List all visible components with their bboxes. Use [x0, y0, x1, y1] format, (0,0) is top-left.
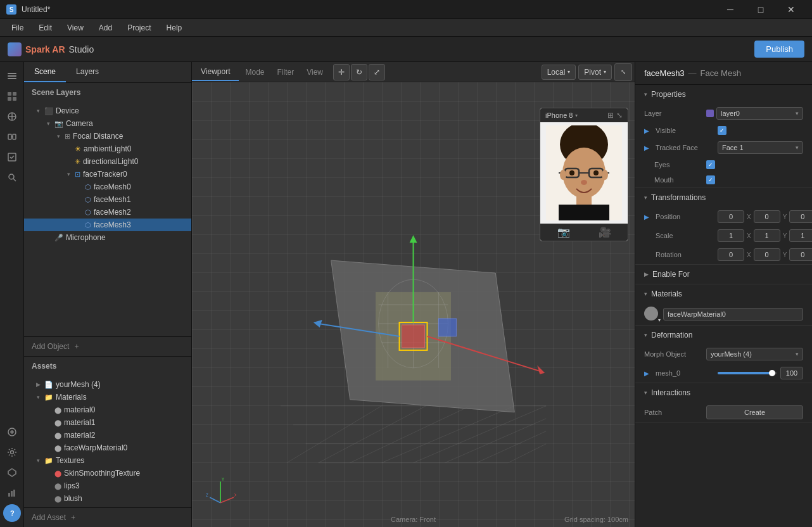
asset-item-lips3[interactable]: ▾ ⬤ lips3 — [24, 479, 191, 492]
section-interactions-header[interactable]: ▾ Interactions — [635, 383, 812, 402]
preview-camera-icon[interactable]: 📷 — [557, 226, 570, 238]
viewport-filter[interactable]: Filter — [271, 64, 301, 80]
eyes-checkbox[interactable]: ✓ — [706, 160, 715, 169]
viewport-canvas[interactable]: Y X Z Camera: Front Grid spacing: 100cm … — [192, 82, 635, 527]
brand-sub: Studio — [69, 44, 94, 54]
layer-dropdown[interactable]: layer0 ▾ — [716, 107, 803, 120]
tree-item-ambientlight0[interactable]: ▾ ☀ ambientLight0 — [24, 143, 191, 155]
sidebar-icon-help[interactable]: ? — [3, 504, 21, 522]
asset-item-facewarp[interactable]: ▾ ⬤ faceWarpMaterial0 — [24, 441, 191, 454]
sidebar-icon-layers[interactable] — [3, 67, 21, 85]
tab-scene[interactable]: Scene — [24, 62, 66, 82]
tree-item-facemesh1[interactable]: ▾ ⬡ faceMesh1 — [24, 193, 191, 206]
assets-title[interactable]: Assets — [24, 357, 191, 376]
pivot-dropdown[interactable]: Pivot ▾ — [578, 65, 612, 80]
menu-help[interactable]: Help — [160, 21, 189, 35]
create-button[interactable]: Create — [706, 405, 803, 419]
rotation-y-input[interactable] — [754, 248, 780, 261]
position-z-input[interactable] — [789, 210, 812, 223]
patch-label: Patch — [644, 409, 701, 416]
asset-item-skinsmoothening[interactable]: ▾ ⬤ SkinSmoothingTexture — [24, 467, 191, 479]
visible-checkbox[interactable]: ✓ — [718, 126, 726, 135]
section-enablefor-header[interactable]: ▶ Enable For — [635, 265, 812, 284]
asset-item-material0[interactable]: ▾ ⬤ material0 — [24, 403, 191, 416]
section-deformation-header[interactable]: ▾ Deformation — [635, 326, 812, 345]
mouth-checkbox[interactable]: ✓ — [706, 175, 715, 184]
expand-textures: ▾ — [34, 457, 42, 464]
tree-item-facetracker0[interactable]: ▾ ⊡ faceTracker0 — [24, 168, 191, 181]
section-materials-header[interactable]: ▾ Materials — [635, 284, 812, 303]
close-button[interactable]: ✕ — [777, 0, 806, 19]
menu-file[interactable]: File — [5, 21, 30, 35]
asset-item-textures[interactable]: ▾ 📁 Textures — [24, 454, 191, 467]
tab-layers[interactable]: Layers — [66, 62, 109, 82]
tool-scale[interactable]: ⤢ — [369, 64, 385, 80]
position-x-input[interactable] — [718, 210, 744, 223]
asset-item-materials[interactable]: ▾ 📁 Materials — [24, 391, 191, 403]
device-selector[interactable]: iPhone 8 ▾ — [545, 111, 578, 119]
scale-x-input[interactable] — [718, 229, 744, 242]
svg-rect-24 — [11, 491, 13, 497]
material-name-input[interactable]: faceWarpMaterial0 — [663, 308, 803, 321]
asset-item-yourmesh[interactable]: ▶ 📄 yourMesh (4) — [24, 378, 191, 391]
mesh0-value-input[interactable] — [780, 367, 803, 379]
mesh0-slider-thumb[interactable] — [769, 370, 775, 376]
sidebar-icon-settings[interactable] — [3, 443, 21, 461]
tree-item-facemesh0[interactable]: ▾ ⬡ faceMesh0 — [24, 181, 191, 193]
morph-object-dropdown[interactable]: yourMesh (4) ▾ — [706, 348, 803, 360]
tree-item-microphone[interactable]: ▾ 🎤 Microphone — [24, 231, 191, 244]
tree-item-focal[interactable]: ▾ ⊞ Focal Distance — [24, 130, 191, 143]
asset-item-blush[interactable]: ▾ ⬤ blush — [24, 492, 191, 505]
scale-y-input[interactable] — [754, 229, 780, 242]
svg-rect-5 — [8, 92, 11, 96]
preview-grid-icon[interactable]: ⊞ — [607, 111, 614, 120]
sidebar-icon-scene[interactable] — [3, 87, 21, 105]
asset-item-material1[interactable]: ▾ ⬤ material1 — [24, 416, 191, 429]
svg-marker-22 — [8, 469, 16, 476]
coordinate-dropdown[interactable]: Local ▾ — [542, 65, 576, 80]
sidebar-icon-search[interactable] — [3, 168, 21, 186]
tree-item-facemesh2[interactable]: ▾ ⬡ faceMesh2 — [24, 206, 191, 219]
menu-add[interactable]: Add — [92, 21, 118, 35]
mesh0-slider[interactable] — [718, 372, 777, 374]
transformations-collapse-icon: ▾ — [644, 194, 647, 201]
sidebar-icon-analytics[interactable] — [3, 484, 21, 502]
section-transformations-header[interactable]: ▾ Transformations — [635, 188, 812, 207]
svg-point-76 — [602, 170, 608, 180]
tree-item-device[interactable]: ▾ ⬛ Device — [24, 105, 191, 117]
add-asset-button[interactable]: Add Asset + — [24, 507, 191, 527]
sidebar-icon-patches[interactable] — [3, 128, 21, 146]
sidebar-icon-assets[interactable] — [3, 148, 21, 166]
maximize-button[interactable]: □ — [746, 0, 775, 19]
morph-object-label: Morph Object — [644, 350, 701, 358]
rotation-z-input[interactable] — [789, 248, 812, 261]
tree-item-facemesh3[interactable]: ▾ ⬡ faceMesh3 — [24, 219, 191, 231]
tree-item-dirlight0[interactable]: ▾ ✳ directionalLight0 — [24, 155, 191, 168]
sidebar-icon-add[interactable] — [3, 423, 21, 441]
tool-translate[interactable]: ✛ — [333, 64, 350, 80]
trackedface-dropdown[interactable]: Face 1 ▾ — [718, 141, 803, 154]
minimize-button[interactable]: ─ — [716, 0, 745, 19]
menu-edit[interactable]: Edit — [32, 21, 58, 35]
menu-project[interactable]: Project — [121, 21, 157, 35]
material-swatch-container[interactable]: ▾ — [644, 307, 659, 322]
sidebar-icon-effects[interactable] — [3, 108, 21, 125]
tool-rotate[interactable]: ↻ — [351, 64, 367, 80]
section-properties-header[interactable]: ▾ Properties — [635, 85, 812, 104]
publish-button[interactable]: Publish — [754, 41, 804, 58]
rotation-x-input[interactable] — [718, 248, 744, 261]
preview-record-icon[interactable]: 🎥 — [599, 226, 611, 238]
properties-panel: faceMesh3 — Face Mesh ▾ Properties Layer… — [635, 62, 812, 527]
add-object-button[interactable]: Add Object + — [24, 336, 191, 356]
preview-expand-icon[interactable]: ⤡ — [616, 111, 623, 120]
tab-viewport[interactable]: Viewport — [192, 63, 239, 81]
expand-viewport-button[interactable]: ⤡ — [614, 63, 632, 81]
viewport-mode[interactable]: Mode — [239, 64, 270, 80]
sidebar-icon-effects2[interactable] — [3, 464, 21, 481]
asset-item-material2[interactable]: ▾ ⬤ material2 — [24, 429, 191, 441]
position-y-input[interactable] — [754, 210, 780, 223]
viewport-view[interactable]: View — [300, 64, 329, 80]
menu-view[interactable]: View — [61, 21, 90, 35]
tree-item-camera[interactable]: ▾ 📷 Camera — [24, 117, 191, 130]
scale-z-input[interactable] — [789, 229, 812, 242]
